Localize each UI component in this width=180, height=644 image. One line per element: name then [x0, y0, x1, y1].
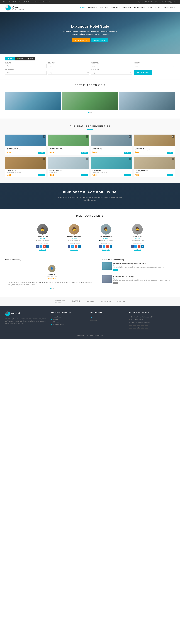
place-card-1[interactable]	[5, 92, 61, 110]
nav-services[interactable]: Services	[100, 7, 108, 9]
google-icon-2[interactable]: g	[75, 245, 77, 248]
place-dot-2[interactable]	[89, 112, 91, 113]
partners-prev-arrow[interactable]: ‹	[2, 300, 3, 303]
footer-li-icon[interactable]: in	[141, 326, 144, 329]
country-select[interactable]: Any	[48, 64, 89, 68]
property-addr-4: Timesquare 14 London, UK	[135, 149, 173, 150]
facebook-icon-2[interactable]: f	[68, 245, 70, 248]
property-plus-3[interactable]: +	[129, 135, 131, 138]
facebook-icon-4[interactable]: f	[131, 245, 134, 248]
nav-pages[interactable]: PAGES	[155, 7, 161, 9]
twitter-icon-4[interactable]: t	[134, 245, 137, 248]
test-dot-2[interactable]	[51, 288, 52, 289]
suburb-select[interactable]: Any	[5, 64, 47, 68]
property-card-1: + Big Appartement Timesquare 14 London, …	[5, 134, 46, 155]
property-detail-btn-5[interactable]: DETAILS	[38, 174, 45, 176]
footer-logo-name: Qvrenti	[11, 312, 23, 314]
place-dot-1[interactable]	[88, 112, 89, 113]
price-to-select[interactable]: Any	[134, 64, 175, 68]
property-detail-btn-1[interactable]: DETAILS	[38, 152, 45, 154]
property-img-inner-1	[5, 134, 46, 146]
place-card-3[interactable]	[119, 92, 175, 110]
rooms-select[interactable]: Any	[48, 71, 89, 75]
nav-about[interactable]: About Us	[88, 7, 97, 9]
google-icon-4[interactable]: g	[138, 245, 140, 248]
price-to-field: Price To Any	[134, 62, 175, 68]
footer-phone: 📞 Tel: +23 123 456 756	[129, 318, 175, 321]
property-plus-1[interactable]: +	[43, 135, 45, 138]
property-detail-btn-8[interactable]: DETAILS	[167, 174, 173, 176]
search-tab-buy[interactable]: 🏠 Buy	[5, 57, 15, 60]
view-details-button[interactable]: VIEW DETAILS	[72, 38, 89, 42]
client-profile-link-1[interactable]: See full profile	[39, 249, 46, 250]
property-plus-4[interactable]: +	[171, 135, 174, 138]
footer-gp-icon[interactable]: g+	[137, 326, 140, 329]
footer-grid: Qvrenti REAL ESTATE Alternatively, if yo…	[5, 312, 175, 329]
place-card-2[interactable]	[62, 92, 118, 110]
search-tab-land[interactable]: 🌿 Land	[15, 57, 25, 60]
footer-logo-text-block: Qvrenti REAL ESTATE	[11, 312, 23, 316]
property-detail-btn-7[interactable]: DETAILS	[124, 174, 130, 176]
linkedin-icon-1[interactable]: in	[46, 245, 49, 248]
bathrooms-select[interactable]: Any	[5, 71, 47, 75]
property-plus-7[interactable]: +	[129, 158, 131, 160]
nav-contact[interactable]: CONTACT US	[164, 7, 175, 9]
price-from-select[interactable]: Any	[91, 64, 132, 68]
place-dot-3[interactable]	[91, 112, 92, 113]
client-card-4: 🧔 Lucas Bernie / financial 📱 Mobile +43 …	[123, 224, 152, 251]
facebook-icon-3[interactable]: f	[99, 245, 102, 248]
hero-next-arrow[interactable]: ›	[176, 32, 177, 35]
property-price-7: $420	[92, 174, 97, 176]
property-plus-8[interactable]: +	[171, 158, 174, 160]
blog-date-1: 🕐 October 26, 2015 — CaminoMobilesite	[113, 264, 175, 266]
facebook-icon-1[interactable]: f	[36, 245, 39, 248]
nav-features[interactable]: FEATURES	[111, 7, 120, 9]
test-dot-3[interactable]	[53, 288, 54, 289]
client-profile-link-2[interactable]: See full profile	[70, 249, 78, 250]
property-detail-btn-2[interactable]: DETAILS	[81, 152, 88, 154]
blog-more-btn-1[interactable]: Blog	[113, 269, 118, 271]
price-to-label: Price To	[134, 62, 175, 64]
property-plus-6[interactable]: +	[86, 158, 88, 160]
footer-yt-icon[interactable]: ▶	[145, 326, 148, 329]
property-plus-5[interactable]: +	[43, 158, 45, 160]
partners-next-arrow[interactable]: ›	[177, 300, 178, 303]
google-icon-1[interactable]: g	[43, 245, 46, 248]
footer-contact-info: 📍 147 Sixth Avenue San Francisco, CA 📞 T…	[129, 316, 175, 324]
search-button[interactable]: SEARCH FIND	[134, 70, 152, 75]
property-info-1: Big Appartement Timesquare 14 London, UK…	[5, 146, 46, 155]
nav-blog[interactable]: BLOG	[148, 7, 153, 9]
footer-fb-icon[interactable]: f	[129, 326, 132, 329]
property-detail-btn-4[interactable]: DETAILS	[167, 152, 173, 154]
property-plus-2[interactable]: +	[86, 135, 88, 138]
blog-more-btn-2[interactable]: Blog	[113, 282, 118, 284]
title-underline	[87, 88, 93, 88]
property-detail-btn-3[interactable]: DETAILS	[124, 152, 130, 154]
property-name-4: 12 Westralia	[135, 148, 173, 149]
rooms-field: Rooms Any	[48, 69, 89, 75]
footer-twitter-title: Twitter Feed	[90, 312, 125, 314]
linkedin-icon-4[interactable]: in	[141, 245, 144, 248]
client-role-1: / Manager	[28, 238, 57, 239]
linkedin-icon-3[interactable]: in	[110, 245, 112, 248]
client-card-2: 👩 Susan Withersoon Secretary 📱 Mobile +4…	[60, 224, 89, 251]
footer-tw-icon[interactable]: t	[133, 326, 136, 329]
property-info-7: 1 Heron Park Timesquare 14 London, UK $4…	[91, 169, 132, 178]
twitter-icon-1[interactable]: t	[40, 245, 42, 248]
search-tab-rent[interactable]: 🏠 Rent	[25, 57, 35, 60]
twitter-icon-2[interactable]: t	[71, 245, 74, 248]
nav-home[interactable]: HOME	[80, 7, 85, 9]
nav-properties[interactable]: PROPERTIES	[134, 7, 145, 9]
property-detail-btn-6[interactable]: DETAILS	[81, 174, 88, 176]
nav-projects[interactable]: Projects	[123, 7, 131, 9]
twitter-icon-3[interactable]: t	[103, 245, 105, 248]
google-icon-3[interactable]: g	[106, 245, 109, 248]
signup-button[interactable]: SIGNUP NOW	[92, 38, 108, 42]
client-profile-link-4[interactable]: See full profile	[134, 249, 141, 250]
client-profile-link-3[interactable]: See full profile	[102, 249, 110, 250]
test-dot-1[interactable]	[50, 288, 51, 289]
car-spaces-select[interactable]: Any	[91, 71, 132, 75]
client-name-1: Jonathan Doe	[28, 236, 57, 238]
property-image-8: +	[134, 157, 175, 169]
linkedin-icon-2[interactable]: in	[78, 245, 81, 248]
